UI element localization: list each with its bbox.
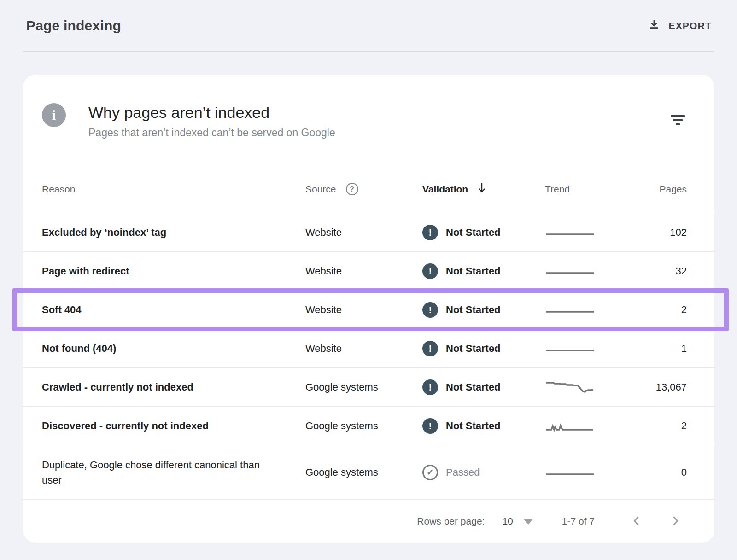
validation-cell: ! Not Started <box>422 263 545 279</box>
trend-sparkline <box>545 341 637 356</box>
validation-label: Not Started <box>446 420 501 432</box>
column-header-source[interactable]: Source ? <box>305 183 422 195</box>
source-cell: Website <box>305 265 422 277</box>
column-header-trend: Trend <box>545 184 637 195</box>
download-icon <box>648 18 660 33</box>
column-header-validation[interactable]: Validation <box>422 182 545 196</box>
validation-status-icon: ! <box>422 379 438 395</box>
reason-cell: Excluded by ‘noindex’ tag <box>42 225 300 240</box>
top-bar: Page indexing EXPORT <box>0 0 737 51</box>
table-row[interactable]: Soft 404 Website ! Not Started 2 <box>23 290 714 329</box>
validation-status-icon: ! <box>422 418 438 434</box>
validation-label: Not Started <box>446 381 501 393</box>
previous-page-button[interactable] <box>627 510 646 533</box>
reason-cell: Soft 404 <box>42 302 300 317</box>
trend-sparkline <box>545 263 637 279</box>
card-title: Why pages aren’t indexed <box>88 102 335 122</box>
source-cell: Google systems <box>305 381 422 393</box>
table-header-row: Reason Source ? Validation Trend Pages <box>23 165 714 213</box>
reason-cell: Duplicate, Google chose different canoni… <box>42 457 300 488</box>
trend-sparkline <box>545 225 637 240</box>
rows-per-page-select[interactable]: 10 <box>502 516 533 527</box>
export-button[interactable]: EXPORT <box>648 18 712 33</box>
reason-cell: Discovered - currently not indexed <box>42 418 300 433</box>
table-row[interactable]: Discovered - currently not indexed Googl… <box>23 406 714 445</box>
reason-cell: Page with redirect <box>42 263 300 279</box>
info-icon: i <box>42 103 66 127</box>
pages-count: 2 <box>637 304 687 316</box>
trend-sparkline <box>545 302 637 318</box>
validation-cell: ! Not Started <box>422 341 545 356</box>
validation-status-icon: ! <box>422 302 438 318</box>
source-cell: Website <box>305 304 422 316</box>
export-label: EXPORT <box>668 20 712 31</box>
chevron-left-icon <box>631 514 643 529</box>
trend-sparkline <box>545 465 637 480</box>
chevron-right-icon <box>669 514 681 529</box>
source-cell: Website <box>305 343 422 355</box>
table-footer: Rows per page: 10 1-7 of 7 <box>23 499 714 543</box>
why-pages-arent-indexed-card: i Why pages aren’t indexed Pages that ar… <box>23 75 714 543</box>
source-cell: Google systems <box>305 467 422 478</box>
column-header-reason[interactable]: Reason <box>42 184 305 195</box>
reason-cell: Not found (404) <box>42 341 300 356</box>
validation-status-icon: ! <box>422 263 438 279</box>
reason-cell: Crawled - currently not indexed <box>42 379 300 395</box>
pages-count: 0 <box>637 467 687 478</box>
trend-sparkline <box>545 418 637 434</box>
column-header-pages[interactable]: Pages <box>637 184 687 195</box>
validation-status-icon: ✓ <box>422 465 438 480</box>
table-row[interactable]: Not found (404) Website ! Not Started 1 <box>23 329 714 368</box>
validation-cell: ! Not Started <box>422 302 545 318</box>
validation-label: Not Started <box>446 304 501 316</box>
source-cell: Google systems <box>305 420 422 432</box>
table-row[interactable]: Excluded by ‘noindex’ tag Website ! Not … <box>23 213 714 251</box>
table-row[interactable]: Crawled - currently not indexed Google s… <box>23 368 714 406</box>
pages-count: 102 <box>637 227 687 239</box>
trend-sparkline <box>545 379 637 395</box>
pages-count: 13,067 <box>637 381 687 393</box>
validation-status-icon: ! <box>422 341 438 356</box>
pages-count: 32 <box>637 265 687 277</box>
validation-status-icon: ! <box>422 225 438 240</box>
table-row[interactable]: Duplicate, Google chose different canoni… <box>23 445 714 499</box>
filter-icon <box>671 115 685 117</box>
source-cell: Website <box>305 227 422 239</box>
validation-label: Not Started <box>446 227 501 239</box>
pages-count: 2 <box>637 420 687 432</box>
dropdown-caret-icon <box>523 519 533 525</box>
help-icon[interactable]: ? <box>346 183 358 195</box>
table-body: Excluded by ‘noindex’ tag Website ! Not … <box>23 213 714 499</box>
rows-per-page-value: 10 <box>502 516 513 527</box>
sort-descending-icon <box>476 182 487 196</box>
next-page-button[interactable] <box>666 510 685 533</box>
pages-count: 1 <box>637 343 687 355</box>
table-row[interactable]: Page with redirect Website ! Not Started… <box>23 251 714 290</box>
page-title: Page indexing <box>26 18 121 34</box>
validation-cell: ! Not Started <box>422 379 545 395</box>
validation-label: Not Started <box>446 265 501 277</box>
validation-cell: ! Not Started <box>422 225 545 240</box>
header-divider <box>23 51 714 52</box>
rows-per-page-label: Rows per page: <box>417 516 485 527</box>
pagination-range: 1-7 of 7 <box>562 516 595 527</box>
card-subtitle: Pages that aren’t indexed can’t be serve… <box>88 127 335 139</box>
filter-button[interactable] <box>668 112 688 128</box>
validation-cell: ✓ Passed <box>422 465 545 480</box>
card-header: i Why pages aren’t indexed Pages that ar… <box>23 75 714 165</box>
validation-label: Not Started <box>446 343 501 355</box>
validation-label: Passed <box>446 467 480 478</box>
validation-cell: ! Not Started <box>422 418 545 434</box>
